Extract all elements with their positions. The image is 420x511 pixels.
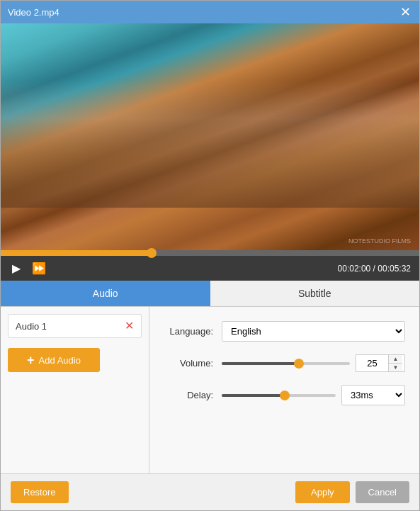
delay-select[interactable]: 0ms 10ms 20ms 33ms 50ms 100ms: [341, 385, 405, 405]
delay-label: Delay:: [164, 390, 213, 400]
language-row: Language: English French Spanish German …: [164, 321, 405, 342]
time-current: 00:02:00: [338, 264, 371, 274]
content-area: Audio 1 ✕ + Add Audio Language: English …: [1, 307, 419, 473]
progress-fill: [1, 250, 152, 256]
volume-row: Volume: ▲ ▼: [164, 354, 405, 372]
delay-slider-container: 0ms 10ms 20ms 33ms 50ms 100ms: [222, 385, 405, 405]
video-frame: [1, 23, 419, 250]
language-select[interactable]: English French Spanish German Chinese: [222, 321, 405, 342]
mountain-overlay: [1, 80, 419, 208]
restore-button[interactable]: Restore: [11, 481, 69, 503]
tab-audio[interactable]: Audio: [1, 281, 210, 306]
volume-spinner-down[interactable]: ▼: [389, 364, 402, 371]
fast-forward-button[interactable]: ⏩: [29, 260, 49, 276]
delay-row: Delay: 0ms 10ms 20ms 33ms 50ms 100ms: [164, 385, 405, 405]
volume-slider-thumb[interactable]: [294, 359, 304, 369]
timeline: ▶ ⏩ 00:02:00 / 00:05:32: [1, 250, 419, 281]
apply-button[interactable]: Apply: [295, 481, 350, 503]
delay-slider-track[interactable]: [222, 394, 336, 397]
tab-subtitle[interactable]: Subtitle: [210, 281, 420, 306]
title-bar: Video 2.mp4 ✕: [1, 1, 419, 23]
right-panel: Language: English French Spanish German …: [149, 307, 419, 473]
tabs-row: Audio Subtitle: [1, 281, 419, 307]
right-buttons: Apply Cancel: [295, 481, 409, 503]
delay-slider-thumb[interactable]: [280, 391, 290, 400]
audio-item-name: Audio 1: [16, 321, 47, 332]
progress-thumb[interactable]: [147, 248, 157, 258]
progress-bar[interactable]: [1, 250, 419, 256]
language-label: Language:: [164, 326, 213, 337]
add-audio-button[interactable]: + Add Audio: [8, 348, 100, 372]
audio-item: Audio 1 ✕: [8, 314, 142, 338]
time-separator: /: [370, 264, 378, 274]
video-preview: NOTESTUDIO FILMS: [1, 23, 419, 250]
video-watermark: NOTESTUDIO FILMS: [348, 237, 411, 245]
volume-input-container: ▲ ▼: [356, 354, 405, 372]
main-window: Video 2.mp4 ✕ NOTESTUDIO FILMS ▶ ⏩ 00:02…: [0, 0, 420, 511]
controls-row: ▶ ⏩ 00:02:00 / 00:05:32: [1, 256, 419, 281]
volume-spinner-up[interactable]: ▲: [389, 355, 402, 364]
add-audio-label: Add Audio: [39, 355, 81, 366]
volume-slider-fill: [222, 362, 299, 365]
volume-label: Volume:: [164, 358, 213, 369]
bottom-bar: Restore Apply Cancel: [1, 473, 419, 510]
playback-controls: ▶ ⏩: [9, 260, 49, 276]
volume-slider-track[interactable]: [222, 362, 350, 365]
time-display: 00:02:00 / 00:05:32: [338, 264, 411, 274]
time-total: 00:05:32: [378, 264, 411, 274]
delay-slider-fill: [222, 394, 285, 397]
volume-spinners: ▲ ▼: [388, 355, 402, 371]
volume-input[interactable]: [356, 355, 388, 371]
volume-slider-container: ▲ ▼: [222, 354, 405, 372]
left-panel: Audio 1 ✕ + Add Audio: [1, 307, 149, 473]
close-button[interactable]: ✕: [399, 6, 412, 18]
plus-icon: +: [27, 354, 35, 366]
play-button[interactable]: ▶: [9, 260, 23, 276]
window-title: Video 2.mp4: [8, 7, 59, 18]
remove-audio-button[interactable]: ✕: [125, 320, 134, 332]
cancel-button[interactable]: Cancel: [356, 481, 409, 503]
